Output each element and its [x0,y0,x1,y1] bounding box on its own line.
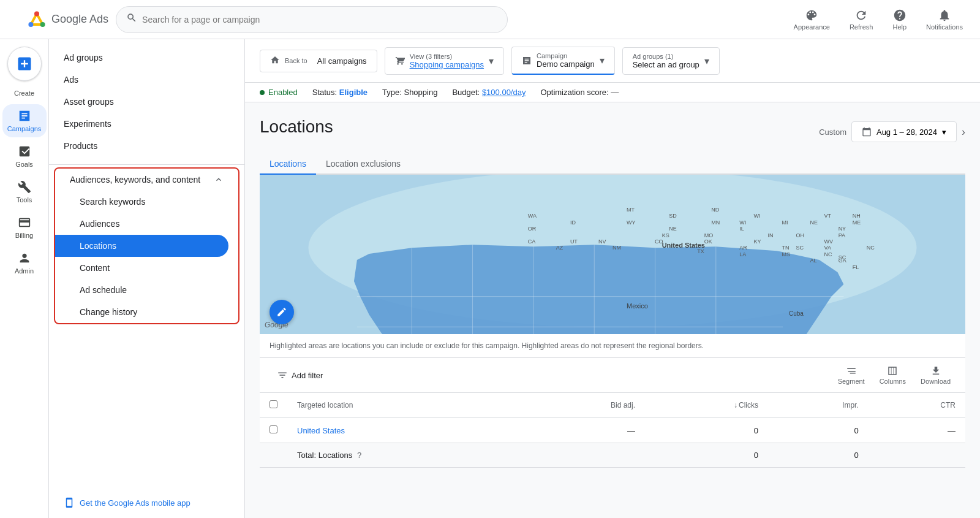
nav-actions: Appearance Refresh Help Notifications [786,6,970,33]
date-range-value: Aug 1 – 28, 2024 [876,128,937,137]
nav-item-search-keywords[interactable]: Search keywords [55,191,238,213]
map-edit-button[interactable] [270,300,294,324]
google-ads-logo[interactable]: Google Ads [27,10,108,29]
sort-icon: ↓ [734,401,737,409]
map-svg [260,175,965,334]
type-label: Type: [382,88,402,97]
cell-bid-adj: — [522,418,645,443]
filter-bar: Back to All campaigns View (3 filters) S… [245,39,980,83]
app-name: Google Ads [51,13,108,26]
chevron-up-icon [214,175,224,185]
add-filter-button[interactable]: Add filter [270,365,330,386]
nav-item-ad-groups[interactable]: Ad groups [49,47,244,69]
sidebar-goals-label: Goals [15,161,33,168]
sidebar-item-tools[interactable]: Tools [2,175,47,208]
campaign-filter-button[interactable]: Campaign Demo campaign ▾ [511,47,615,75]
table-toolbar: Add filter Segment Columns Download [260,358,965,393]
view-filter-value: Shopping campaigns [410,60,484,69]
appearance-label: Appearance [794,23,830,31]
hamburger-button[interactable] [10,15,20,25]
status-value: Eligible [339,88,368,97]
total-help-icon: ? [357,451,361,460]
nav-item-asset-groups[interactable]: Asset groups [49,91,244,113]
top-nav: Google Ads Appearance Refresh Help Notif… [0,0,980,39]
section-header-audiences[interactable]: Audiences, keywords, and content [55,169,238,191]
back-to-all-campaigns-button[interactable]: Back to All campaigns [260,50,377,72]
row-checkbox[interactable] [270,425,277,433]
ad-groups-filter-button[interactable]: Ad groups (1) Select an ad group ▾ [622,47,720,75]
nav-item-ads[interactable]: Ads [49,69,244,91]
nav-sidebar: Ad groups Ads Asset groups Experiments P… [49,39,245,518]
notifications-button[interactable]: Notifications [919,6,970,33]
nav-item-change-history[interactable]: Change history [55,301,238,323]
status-item-budget: Budget: $100.00/day [452,88,526,97]
tab-location-exclusions[interactable]: Location exclusions [316,154,410,175]
search-input[interactable] [142,15,497,25]
sidebar-item-campaigns[interactable]: Campaigns [2,104,47,137]
nav-search-keywords-label: Search keywords [80,197,145,207]
refresh-label: Refresh [850,23,873,31]
top-controls: Locations Custom Aug 1 – 28, 2024 ▾ › [260,117,965,147]
nav-ads-label: Ads [64,75,78,85]
svg-point-2 [28,22,33,27]
view-filter-button[interactable]: View (3 filters) Shopping campaigns ▾ [385,47,504,75]
home-icon [270,55,280,67]
date-selector: Custom Aug 1 – 28, 2024 ▾ › [819,121,965,142]
enabled-label: Enabled [268,88,298,97]
date-range-button[interactable]: Aug 1 – 28, 2024 ▾ [851,121,957,142]
view-filter-label: View (3 filters) [410,53,452,60]
nav-item-content[interactable]: Content [55,257,238,279]
chevron-down-date: ▾ [942,128,946,137]
nav-asset-groups-label: Asset groups [64,97,114,107]
total-clicks: 0 [645,443,768,468]
download-button[interactable]: Download [916,363,956,387]
sidebar-item-admin[interactable]: Admin [2,246,47,280]
nav-content-label: Content [80,263,110,273]
optimization-label: Optimization score: [540,88,608,97]
col-header-bid-adj: Bid adj. [522,393,645,418]
budget-value[interactable]: $100.00/day [482,88,526,97]
col-header-targeted-location: Targeted location [287,393,522,418]
download-icon [930,365,941,376]
nav-item-audiences[interactable]: Audiences [55,213,238,235]
nav-item-ad-schedule[interactable]: Ad schedule [55,279,238,301]
ad-groups-label: Ad groups (1) [633,53,674,60]
data-table: Targeted location Bid adj. ↓ Clicks [260,393,965,468]
nav-item-locations[interactable]: Locations [55,235,228,257]
status-enabled: Enabled [260,88,298,97]
collapse-button[interactable]: › [962,126,965,139]
campaign-icon [522,56,532,66]
chevron-down-icon-2: ▾ [600,55,605,66]
map-container: United States Mexico Cuba NE MN WI SD MT… [260,175,965,334]
select-all-checkbox[interactable] [270,400,277,408]
search-bar [116,6,508,33]
help-button[interactable]: Help [885,6,914,33]
appearance-button[interactable]: Appearance [786,6,837,33]
svg-point-4 [34,11,39,16]
main-content: Back to All campaigns View (3 filters) S… [245,39,980,518]
tab-locations[interactable]: Locations [260,154,316,175]
mobile-app-link[interactable]: Get the Google Ads mobile app [49,487,244,518]
nav-item-experiments[interactable]: Experiments [49,113,244,135]
sidebar-item-billing[interactable]: Billing [2,211,47,244]
help-label: Help [892,23,907,31]
type-value: Shopping [404,88,437,97]
status-label: Status: [312,88,337,97]
map-notice-text: Highlighted areas are locations you can … [270,341,704,350]
sidebar-item-goals[interactable]: Goals [2,140,47,173]
segment-button[interactable]: Segment [833,363,870,387]
create-button[interactable] [7,47,42,81]
nav-products-label: Products [64,141,97,151]
svg-point-3 [40,22,45,27]
mobile-app-icon [64,497,75,508]
sidebar-admin-label: Admin [15,267,34,275]
nav-locations-label: Locations [80,241,116,251]
location-link[interactable]: United States [297,426,345,435]
refresh-button[interactable]: Refresh [842,6,881,33]
table-row: United States — 0 0 — [260,418,965,443]
cell-ctr: — [869,418,965,443]
cell-impr: 0 [768,418,869,443]
nav-item-products[interactable]: Products [49,135,244,157]
search-icon [126,12,137,26]
columns-button[interactable]: Columns [875,363,911,387]
